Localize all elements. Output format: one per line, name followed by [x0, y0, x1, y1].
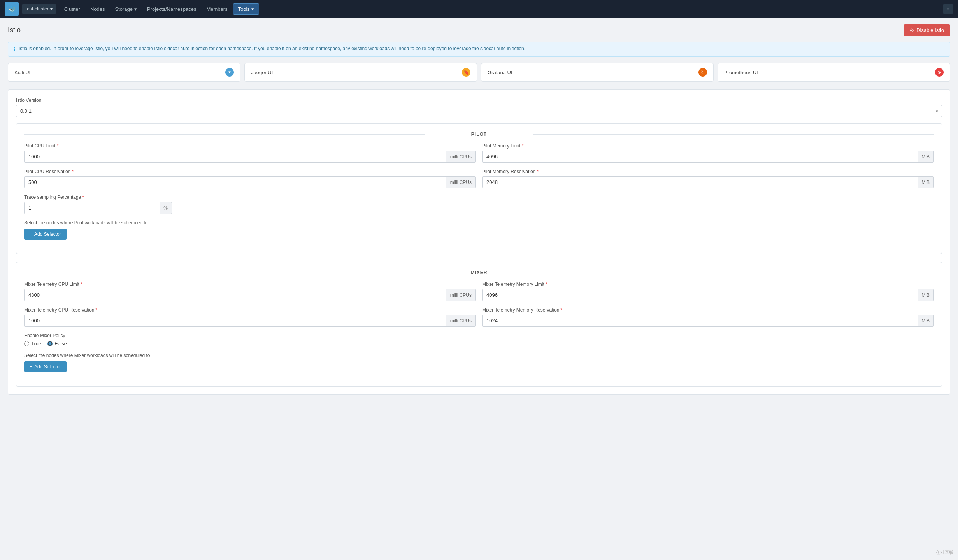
nav-tools[interactable]: Tools ▾ — [233, 4, 259, 15]
nav-links: Cluster Nodes Storage ▾ Projects/Namespa… — [60, 4, 259, 15]
required-marker: * — [537, 169, 539, 174]
nav-menu-button[interactable]: ≡ — [943, 4, 953, 14]
page-header: Istio ⊗ Disable Istio — [8, 24, 950, 36]
pilot-add-selector-button[interactable]: + Add Selector — [24, 229, 67, 240]
mixer-telemetry-cpu-limit-group: Mixer Telemetry CPU Limit * milli CPUs — [24, 282, 476, 301]
required-marker: * — [561, 307, 563, 313]
mixer-section: MIXER Mixer Telemetry CPU Limit * milli … — [16, 262, 942, 387]
mixer-telemetry-cpu-reservation-unit: milli CPUs — [446, 315, 476, 327]
cluster-selector[interactable]: test-cluster ▾ — [22, 4, 56, 14]
nav-right: ≡ — [943, 4, 953, 14]
grafana-ui-tab[interactable]: Grafana UI ↻ — [481, 63, 714, 82]
mixer-telemetry-cpu-limit-label: Mixer Telemetry CPU Limit * — [24, 282, 476, 287]
trace-sampling-label: Trace sampling Percentage * — [24, 194, 934, 200]
jaeger-ui-tab[interactable]: Jaeger UI 🔖 — [244, 63, 477, 82]
pilot-memory-reservation-label: Pilot Memory Reservation * — [482, 169, 934, 174]
mixer-telemetry-memory-reservation-unit: MiB — [918, 315, 934, 327]
pilot-cpu-reservation-input[interactable] — [24, 176, 446, 188]
mixer-telemetry-cpu-limit-unit: milli CPUs — [446, 289, 476, 301]
required-marker: * — [522, 143, 524, 149]
pilot-memory-reservation-input[interactable] — [482, 176, 918, 188]
required-marker: * — [96, 307, 98, 313]
mixer-telemetry-cpu-limit-input[interactable] — [24, 289, 446, 301]
pilot-cpu-reservation-unit: milli CPUs — [446, 176, 476, 188]
storage-arrow-icon: ▾ — [134, 6, 137, 12]
cluster-name: test-cluster — [26, 6, 49, 12]
pilot-memory-reservation-input-group: MiB — [482, 176, 934, 188]
mixer-telemetry-memory-limit-input[interactable] — [482, 289, 918, 301]
mixer-telemetry-memory-limit-group: Mixer Telemetry Memory Limit * MiB — [482, 282, 934, 301]
kiali-icon: 👁 — [225, 68, 234, 77]
nav-members[interactable]: Members — [202, 4, 232, 14]
mixer-telemetry-cpu-reservation-label: Mixer Telemetry CPU Reservation * — [24, 307, 476, 313]
mixer-section-legend: MIXER — [24, 270, 934, 275]
mixer-telemetry-memory-reservation-input-group: MiB — [482, 315, 934, 327]
pilot-memory-reservation-unit: MiB — [918, 176, 934, 188]
mixer-telemetry-memory-reservation-label: Mixer Telemetry Memory Reservation * — [482, 307, 934, 313]
info-banner: ℹ Istio is enabled. In order to leverage… — [8, 42, 950, 57]
mixer-top-row: Mixer Telemetry CPU Limit * milli CPUs M… — [24, 282, 934, 307]
mixer-telemetry-memory-limit-label: Mixer Telemetry Memory Limit * — [482, 282, 934, 287]
mixer-policy-group: Enable Mixer Policy True False — [24, 333, 934, 346]
disable-istio-button[interactable]: ⊗ Disable Istio — [904, 24, 950, 36]
nav-storage[interactable]: Storage ▾ — [110, 4, 142, 14]
nav-cluster[interactable]: Cluster — [60, 4, 85, 14]
prometheus-ui-tab[interactable]: Prometheus UI ⊗ — [718, 63, 950, 82]
mixer-nodes-label: Select the nodes where Mixer workloads w… — [24, 353, 934, 358]
version-select-wrapper: 0.0.1 ▾ — [16, 105, 942, 117]
trace-sampling-input-group: % — [24, 202, 172, 214]
pilot-memory-limit-label: Pilot Memory Limit * — [482, 143, 934, 149]
cluster-arrow-icon: ▾ — [50, 6, 53, 12]
mixer-policy-radio-group: True False — [24, 341, 934, 346]
menu-icon: ≡ — [947, 6, 949, 12]
pilot-cpu-limit-label: Pilot CPU Limit * — [24, 143, 476, 149]
mixer-telemetry-cpu-reservation-group: Mixer Telemetry CPU Reservation * milli … — [24, 307, 476, 327]
tools-arrow-icon: ▾ — [251, 6, 254, 12]
pilot-cpu-limit-unit: milli CPUs — [446, 150, 476, 163]
trace-sampling-unit: % — [160, 202, 172, 214]
mixer-policy-true-radio[interactable] — [24, 341, 29, 346]
version-section: Istio Version 0.0.1 ▾ — [16, 98, 942, 117]
version-select[interactable]: 0.0.1 — [16, 105, 942, 117]
trace-sampling-input[interactable] — [24, 202, 160, 214]
pilot-section-legend: PILOT — [24, 131, 934, 137]
mixer-policy-true-label[interactable]: True — [24, 341, 41, 346]
logo[interactable]: 🐳 — [5, 2, 19, 16]
prometheus-icon: ⊗ — [935, 68, 944, 77]
required-marker: * — [72, 169, 74, 174]
mixer-policy-false-label[interactable]: False — [47, 341, 67, 346]
logo-icon: 🐳 — [5, 2, 19, 16]
pilot-section: PILOT Pilot CPU Limit * milli CPUs Pilot… — [16, 123, 942, 254]
required-marker: * — [81, 282, 82, 287]
disable-icon: ⊗ — [910, 27, 914, 33]
nav-nodes[interactable]: Nodes — [86, 4, 110, 14]
mixer-telemetry-memory-limit-unit: MiB — [918, 289, 934, 301]
jaeger-icon: 🔖 — [462, 68, 470, 77]
kiali-label: Kiali UI — [14, 70, 30, 75]
mixer-telemetry-memory-limit-input-group: MiB — [482, 289, 934, 301]
pilot-cpu-reservation-group: Pilot CPU Reservation * milli CPUs — [24, 169, 476, 188]
nav-projects[interactable]: Projects/Namespaces — [142, 4, 201, 14]
top-navigation: 🐳 test-cluster ▾ Cluster Nodes Storage ▾… — [0, 0, 958, 18]
prometheus-label: Prometheus UI — [724, 70, 758, 75]
pilot-cpu-reservation-input-group: milli CPUs — [24, 176, 476, 188]
pilot-cpu-limit-input[interactable] — [24, 150, 446, 163]
mixer-policy-false-radio[interactable] — [47, 341, 53, 346]
pilot-memory-limit-input[interactable] — [482, 150, 918, 163]
info-icon: ℹ — [14, 46, 16, 52]
page-title: Istio — [8, 26, 21, 34]
kiali-ui-tab[interactable]: Kiali UI 👁 — [8, 63, 240, 82]
mixer-telemetry-memory-reservation-input[interactable] — [482, 315, 918, 327]
pilot-cpu-reservation-label: Pilot CPU Reservation * — [24, 169, 476, 174]
pilot-reservation-row: Pilot CPU Reservation * milli CPUs Pilot… — [24, 169, 934, 194]
pilot-cpu-limit-group: Pilot CPU Limit * milli CPUs — [24, 143, 476, 163]
mixer-telemetry-cpu-reservation-input[interactable] — [24, 315, 446, 327]
version-label: Istio Version — [16, 98, 942, 103]
mixer-reservation-row: Mixer Telemetry CPU Reservation * milli … — [24, 307, 934, 333]
mixer-add-selector-button[interactable]: + Add Selector — [24, 361, 67, 372]
pilot-top-row: Pilot CPU Limit * milli CPUs Pilot Memor… — [24, 143, 934, 169]
trace-sampling-group: Trace sampling Percentage * % — [24, 194, 934, 214]
mixer-nodes-group: Select the nodes where Mixer workloads w… — [24, 353, 934, 372]
pilot-memory-reservation-group: Pilot Memory Reservation * MiB — [482, 169, 934, 188]
pilot-cpu-limit-input-group: milli CPUs — [24, 150, 476, 163]
